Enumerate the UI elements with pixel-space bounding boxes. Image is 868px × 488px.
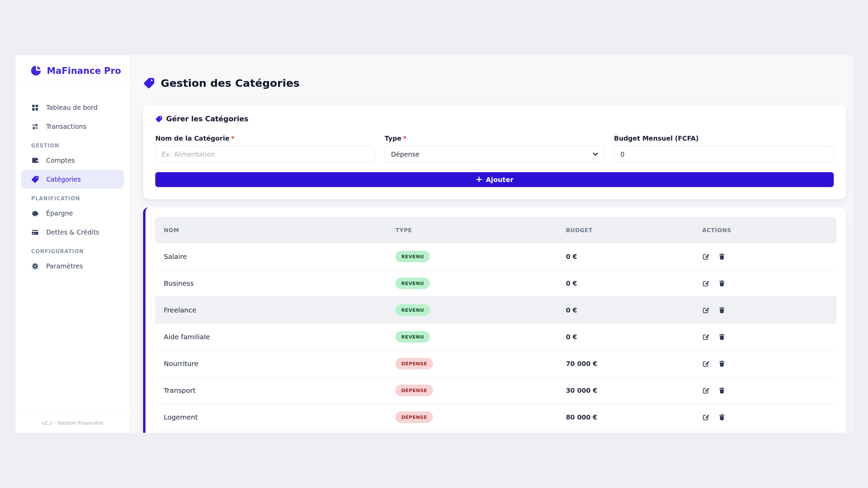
delete-button[interactable] xyxy=(718,333,726,341)
budget-value: 70 000 € xyxy=(557,360,693,367)
delete-button[interactable] xyxy=(718,280,726,287)
edit-button[interactable] xyxy=(702,253,710,260)
edit-button[interactable] xyxy=(702,387,710,394)
sidebar-section-planification: PLANIFICATION xyxy=(21,194,124,204)
category-name: Salaire xyxy=(155,252,387,261)
table-row: Business REVENU 0 € xyxy=(155,270,836,297)
name-field-label: Nom de la Catégorie* xyxy=(155,135,375,142)
transfer-arrows-icon xyxy=(31,123,39,130)
budget-value: 0 € xyxy=(557,306,693,314)
credit-card-icon xyxy=(31,228,39,236)
sidebar-item-dettes-credits[interactable]: Dettes & Crédits xyxy=(21,223,124,242)
name-field-group: Nom de la Catégorie* xyxy=(155,135,375,163)
budget-value: 0 € xyxy=(557,280,693,287)
main-content: Gestion des Catégories Gérer les Catégor… xyxy=(130,55,853,433)
edit-button[interactable] xyxy=(702,280,710,287)
wallet-icon xyxy=(31,157,39,164)
form-grid: Nom de la Catégorie* Type* Dépense xyxy=(155,135,834,163)
budget-value: 30 000 € xyxy=(557,387,693,394)
category-name: Freelance xyxy=(155,306,387,314)
page-header: Gestion des Catégories xyxy=(143,77,846,89)
brand: MaFinance Pro xyxy=(16,55,130,86)
sidebar-item-comptes[interactable]: Comptes xyxy=(21,151,124,170)
category-name: Transport xyxy=(155,386,387,394)
sidebar-item-label: Tableau de bord xyxy=(46,104,98,111)
table-row: Salaire REVENU 0 € xyxy=(155,243,836,270)
brand-title: MaFinance Pro xyxy=(47,66,121,76)
budget-value: 80 000 € xyxy=(557,413,693,421)
type-badge: REVENU xyxy=(395,251,430,262)
sidebar-item-categories[interactable]: Catégories xyxy=(21,170,124,189)
gear-icon xyxy=(31,262,39,270)
edit-button[interactable] xyxy=(702,360,710,367)
budget-value: 0 € xyxy=(557,253,693,260)
delete-button[interactable] xyxy=(718,360,726,367)
page-title: Gestion des Catégories xyxy=(161,77,300,89)
categories-table: NOM TYPE BUDGET ACTIONS Salaire REVENU 0… xyxy=(155,217,836,431)
column-header-actions: ACTIONS xyxy=(693,227,836,233)
required-asterisk: * xyxy=(231,135,235,142)
tag-icon xyxy=(155,116,162,123)
type-field-group: Type* Dépense xyxy=(384,135,604,163)
delete-button[interactable] xyxy=(718,253,726,260)
piggy-bank-icon xyxy=(31,209,39,217)
plus-icon: + xyxy=(476,175,482,183)
table-row: Aide familiale REVENU 0 € xyxy=(155,324,836,350)
type-select[interactable]: Dépense xyxy=(384,146,604,163)
tag-icon xyxy=(31,176,39,183)
budget-input[interactable] xyxy=(614,146,834,163)
sidebar-item-label: Comptes xyxy=(46,157,75,164)
sidebar: MaFinance Pro Tableau de bord Transactio… xyxy=(16,55,130,433)
column-header-type: TYPE xyxy=(387,227,557,233)
edit-button[interactable] xyxy=(702,306,710,314)
pie-chart-icon xyxy=(31,65,42,76)
edit-button[interactable] xyxy=(702,413,710,421)
table-row: Transport DÉPENSE 30 000 € xyxy=(155,377,836,404)
sidebar-item-label: Paramètres xyxy=(46,262,83,270)
category-form-card: Gérer les Catégories Nom de la Catégorie… xyxy=(143,105,846,199)
delete-button[interactable] xyxy=(718,387,726,394)
sidebar-item-label: Catégories xyxy=(46,176,81,183)
type-field-label: Type* xyxy=(384,135,604,142)
budget-field-group: Budget Mensuel (FCFA) xyxy=(614,135,834,163)
add-category-button-label: Ajouter xyxy=(486,176,513,183)
type-badge: REVENU xyxy=(395,331,430,343)
type-badge: REVENU xyxy=(395,278,430,289)
column-header-budget: BUDGET xyxy=(557,227,693,233)
table-row: Nourriture DÉPENSE 70 000 € xyxy=(155,350,836,377)
sidebar-item-label: Transactions xyxy=(46,123,86,130)
column-header-nom: NOM xyxy=(155,227,387,233)
type-badge: DÉPENSE xyxy=(395,411,433,423)
sidebar-item-label: Épargne xyxy=(46,209,73,217)
category-name: Logement xyxy=(155,413,387,421)
table-row: Logement DÉPENSE 80 000 € xyxy=(155,404,836,431)
type-select-value: Dépense xyxy=(391,150,419,158)
type-badge: REVENU xyxy=(395,304,430,316)
budget-field-label: Budget Mensuel (FCFA) xyxy=(614,135,834,142)
delete-button[interactable] xyxy=(718,413,726,421)
type-badge: DÉPENSE xyxy=(395,385,433,396)
app-window: MaFinance Pro Tableau de bord Transactio… xyxy=(16,55,853,433)
table-row: Freelance REVENU 0 € xyxy=(155,297,836,324)
category-name: Business xyxy=(155,279,387,287)
form-card-title: Gérer les Catégories xyxy=(155,115,834,123)
budget-value: 0 € xyxy=(557,333,693,341)
sidebar-item-parametres[interactable]: Paramètres xyxy=(21,257,124,276)
category-name: Nourriture xyxy=(155,360,387,368)
sidebar-item-epargne[interactable]: Épargne xyxy=(21,204,124,223)
sidebar-item-tableau-de-bord[interactable]: Tableau de bord xyxy=(21,98,124,117)
delete-button[interactable] xyxy=(718,306,726,314)
table-header-row: NOM TYPE BUDGET ACTIONS xyxy=(155,217,836,243)
sidebar-item-transactions[interactable]: Transactions xyxy=(21,117,124,136)
add-category-button[interactable]: + Ajouter xyxy=(155,172,834,187)
form-card-title-text: Gérer les Catégories xyxy=(166,115,249,123)
version-footer: v2.2 - Gestion Financière xyxy=(16,413,130,433)
dashboard-grid-icon xyxy=(31,104,39,111)
category-name: Aide familiale xyxy=(155,333,387,341)
sidebar-item-label: Dettes & Crédits xyxy=(46,228,99,236)
category-name-input[interactable] xyxy=(155,146,375,163)
sidebar-section-configuration: CONFIGURATION xyxy=(21,246,124,257)
categories-table-card: NOM TYPE BUDGET ACTIONS Salaire REVENU 0… xyxy=(143,207,846,433)
edit-button[interactable] xyxy=(702,333,710,341)
type-badge: DÉPENSE xyxy=(395,358,433,369)
